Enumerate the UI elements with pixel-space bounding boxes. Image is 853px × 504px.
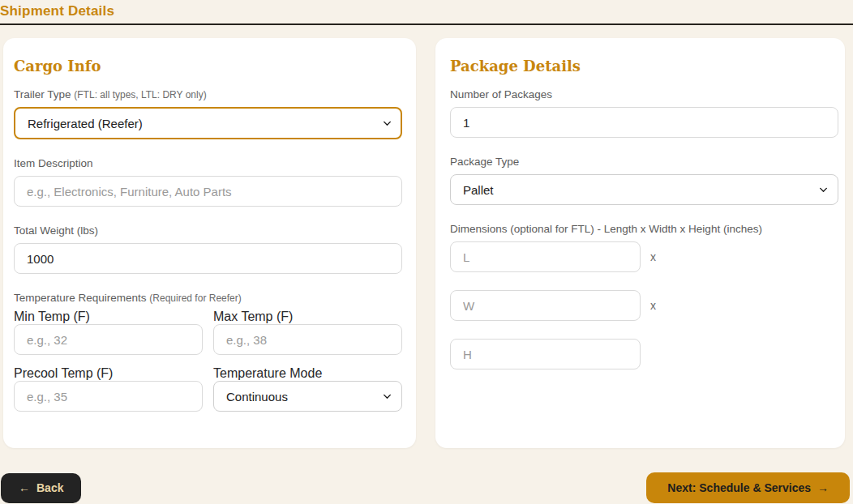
- next-button-label: Next: Schedule & Services: [667, 481, 811, 494]
- cargo-info-card: Cargo Info Trailer Type (FTL: all types,…: [3, 38, 416, 448]
- precool-temp-label: Precool Temp (F): [14, 366, 113, 380]
- precool-temp-field: Precool Temp (F): [14, 366, 203, 412]
- min-temp-label: Min Temp (F): [14, 310, 90, 323]
- item-description-input[interactable]: [14, 176, 402, 207]
- temperature-mode-label: Temperature Mode: [213, 366, 322, 380]
- height-input[interactable]: [450, 339, 641, 369]
- trailer-type-label: Trailer Type (FTL: all types, LTL: DRY o…: [14, 88, 402, 100]
- package-details-heading: Package Details: [450, 58, 838, 75]
- total-weight-input[interactable]: [14, 243, 402, 274]
- temperature-mode-select[interactable]: Continuous: [213, 381, 402, 412]
- dimensions-label: Dimensions (optional for FTL) - Length x…: [450, 223, 838, 235]
- wizard-footer: ← Back Next: Schedule & Services →: [1, 472, 850, 503]
- arrow-right-icon: →: [817, 481, 829, 494]
- total-weight-label: Total Weight (lbs): [14, 224, 402, 237]
- min-temp-field: Min Temp (F): [14, 310, 203, 355]
- temperature-requirements-label: Temperature Requirements (Required for R…: [14, 292, 402, 304]
- max-temp-label: Max Temp (F): [213, 310, 293, 323]
- temperature-requirements-note: (Required for Reefer): [149, 293, 241, 304]
- package-type-field: Package Type Pallet: [450, 156, 838, 205]
- number-of-packages-label: Number of Packages: [450, 88, 838, 100]
- trailer-type-select-wrap: Refrigerated (Reefer): [14, 107, 402, 139]
- item-description-label: Item Description: [14, 157, 402, 169]
- length-input[interactable]: [450, 241, 641, 272]
- page-header: Shipment Details: [0, 0, 853, 25]
- package-details-card: Package Details Number of Packages Packa…: [435, 38, 845, 448]
- back-button[interactable]: ← Back: [1, 473, 81, 503]
- temp-min-max-row: Min Temp (F) Max Temp (F) Precool Temp (…: [14, 310, 402, 423]
- next-button[interactable]: Next: Schedule & Services →: [646, 472, 850, 503]
- shipment-form: Cargo Info Trailer Type (FTL: all types,…: [3, 38, 845, 448]
- dimension-separator: x: [650, 299, 656, 312]
- temperature-mode-select-wrap: Continuous: [213, 381, 402, 412]
- max-temp-field: Max Temp (F): [213, 310, 402, 355]
- trailer-type-field: Trailer Type (FTL: all types, LTL: DRY o…: [14, 88, 402, 139]
- temperature-mode-field: Temperature Mode Continuous: [213, 366, 402, 412]
- temperature-section: Temperature Requirements (Required for R…: [14, 292, 402, 423]
- number-of-packages-input[interactable]: [450, 107, 838, 138]
- package-type-select[interactable]: Pallet: [450, 174, 838, 205]
- max-temp-input[interactable]: [213, 324, 402, 355]
- cargo-info-heading: Cargo Info: [14, 58, 402, 75]
- dimension-separator: x: [650, 250, 656, 263]
- trailer-type-select[interactable]: Refrigerated (Reefer): [14, 107, 402, 139]
- min-temp-input[interactable]: [14, 324, 203, 355]
- trailer-type-note: (FTL: all types, LTL: DRY only): [74, 89, 206, 100]
- arrow-left-icon: ←: [19, 481, 30, 494]
- package-type-select-wrap: Pallet: [450, 174, 838, 205]
- dimension-length-row: x: [450, 241, 838, 272]
- width-input[interactable]: [450, 290, 641, 321]
- dimensions-section: Dimensions (optional for FTL) - Length x…: [450, 223, 838, 369]
- number-of-packages-field: Number of Packages: [450, 88, 838, 138]
- back-button-label: Back: [36, 481, 63, 494]
- item-description-field: Item Description: [14, 157, 402, 207]
- dimension-width-row: x: [450, 290, 838, 321]
- package-type-label: Package Type: [450, 156, 838, 168]
- total-weight-field: Total Weight (lbs): [14, 224, 402, 274]
- dimension-height-row: [450, 339, 838, 369]
- page-title: Shipment Details: [0, 0, 853, 19]
- precool-temp-input[interactable]: [14, 381, 203, 412]
